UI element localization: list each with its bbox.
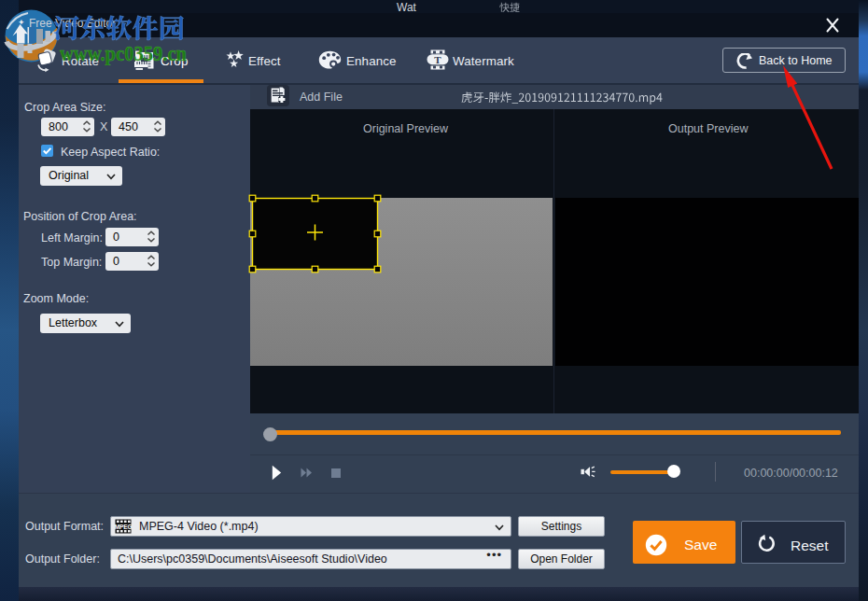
- svg-text:MPEG: MPEG: [115, 524, 132, 530]
- svg-text:T: T: [434, 54, 441, 65]
- svg-text:www.pc0359.cn: www.pc0359.cn: [60, 41, 187, 65]
